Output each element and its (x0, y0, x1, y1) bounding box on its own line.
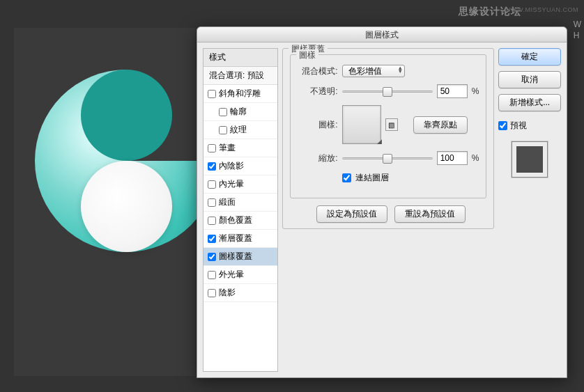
style-item-label: 緞面 (219, 196, 236, 208)
style-item[interactable]: 內光暈 (203, 175, 277, 194)
blend-mode-select[interactable]: 色彩增值 (342, 65, 405, 77)
snap-origin-button[interactable]: 靠齊原點 (413, 116, 468, 134)
reset-default-button[interactable]: 重設為預設值 (394, 205, 466, 223)
style-item[interactable]: 輪廓 (203, 103, 277, 121)
style-item[interactable]: 漸層覆蓋 (203, 230, 277, 248)
link-layer-checkbox[interactable] (342, 173, 351, 182)
group-title: 圖樣 (296, 49, 318, 61)
canvas-area (14, 28, 195, 376)
style-checkbox[interactable] (219, 108, 227, 116)
scale-input[interactable] (437, 151, 468, 165)
style-checkbox[interactable] (208, 271, 216, 279)
opacity-input[interactable] (437, 84, 468, 98)
new-style-button[interactable]: 新增樣式... (498, 94, 561, 111)
style-item-label: 圖樣覆蓋 (219, 251, 252, 262)
style-item-label: 顏色覆蓋 (219, 214, 252, 226)
style-checkbox[interactable] (208, 253, 216, 261)
preview-checkbox[interactable] (498, 121, 507, 130)
link-layer-label: 連結圖層 (355, 172, 389, 184)
opacity-label: 不透明: (298, 86, 338, 97)
make-default-button[interactable]: 設定為預設值 (316, 205, 387, 223)
style-item-label: 筆畫 (219, 142, 236, 154)
yin-yang-design (35, 70, 217, 252)
style-checkbox[interactable] (208, 217, 216, 225)
dialog-title: 圖層樣式 (197, 27, 567, 42)
dialog-buttons: 確定 取消 新增樣式... 預視 (498, 48, 561, 372)
preview-label: 預視 (510, 120, 527, 132)
style-item-label: 輪廓 (230, 106, 247, 118)
style-item[interactable]: 斜角和浮雕 (203, 85, 277, 103)
style-item[interactable]: 陰影 (203, 284, 277, 302)
style-checkbox[interactable] (208, 90, 216, 98)
style-item-label: 陰影 (219, 287, 236, 299)
panel-dimension-labels: W H (574, 19, 581, 42)
style-item[interactable]: 顏色覆蓋 (203, 212, 277, 230)
cancel-button[interactable]: 取消 (498, 71, 561, 88)
style-item[interactable]: 紋理 (203, 121, 277, 139)
style-item-label: 內陰影 (219, 160, 244, 172)
watermark-url: WWW.MISSYUAN.COM (505, 6, 578, 13)
style-checkbox[interactable] (208, 144, 216, 152)
style-item[interactable]: 外光暈 (203, 266, 277, 284)
style-item-label: 漸層覆蓋 (219, 233, 252, 244)
scale-slider[interactable] (342, 157, 433, 159)
style-checkbox[interactable] (208, 198, 216, 207)
ok-button[interactable]: 確定 (498, 48, 561, 65)
blending-options-item[interactable]: 混合選項: 預設 (203, 67, 277, 85)
styles-header[interactable]: 樣式 (203, 49, 277, 67)
style-list: 樣式 混合選項: 預設 斜角和浮雕輪廓紋理筆畫內陰影內光暈緞面顏色覆蓋漸層覆蓋圖… (203, 48, 278, 372)
style-item-label: 斜角和浮雕 (219, 88, 261, 100)
pattern-label: 圖樣: (298, 119, 338, 131)
style-item[interactable]: 筆畫 (203, 139, 277, 157)
style-item-label: 紋理 (230, 124, 247, 136)
opacity-slider[interactable] (342, 91, 433, 93)
style-item[interactable]: 緞面 (203, 194, 277, 212)
style-item[interactable]: 圖樣覆蓋 (203, 248, 277, 266)
settings-panel: 圖樣覆蓋 圖樣 混合模式: 色彩增值 不透明: % (282, 48, 495, 372)
percent-label-2: % (472, 153, 479, 163)
style-checkbox[interactable] (208, 289, 216, 297)
percent-label: % (472, 86, 479, 96)
style-item-label: 外光暈 (219, 269, 244, 281)
pattern-swatch[interactable]: ◢ (342, 105, 381, 144)
style-checkbox[interactable] (208, 180, 216, 189)
style-checkbox[interactable] (208, 162, 216, 171)
style-item[interactable]: 內陰影 (203, 157, 277, 175)
preview-swatch (512, 141, 548, 178)
new-pattern-icon[interactable]: ▧ (385, 118, 398, 131)
layer-style-dialog: 圖層樣式 樣式 混合選項: 預設 斜角和浮雕輪廓紋理筆畫內陰影內光暈緞面顏色覆蓋… (197, 26, 567, 378)
style-checkbox[interactable] (219, 126, 227, 134)
style-checkbox[interactable] (208, 235, 216, 243)
style-item-label: 內光暈 (219, 178, 244, 190)
blend-mode-label: 混合模式: (298, 65, 338, 77)
scale-label: 縮放: (298, 152, 338, 164)
